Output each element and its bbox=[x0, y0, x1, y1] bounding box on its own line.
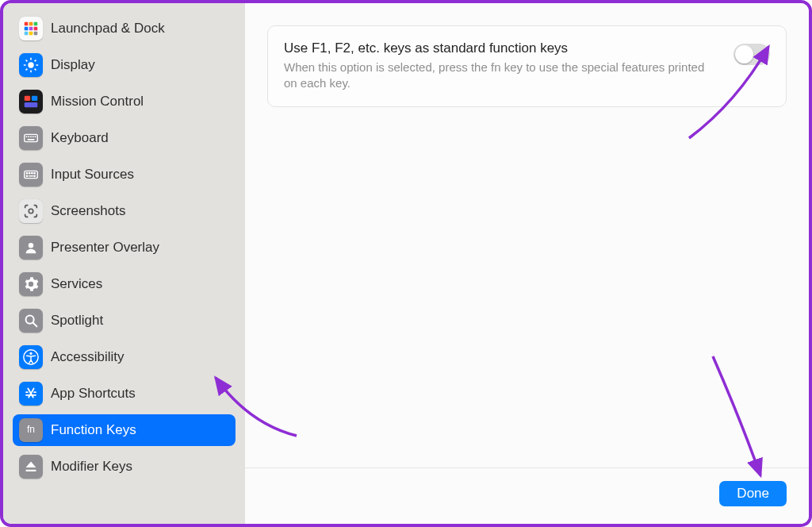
svg-point-33 bbox=[26, 175, 27, 176]
toggle-knob bbox=[735, 45, 753, 63]
spotlight-icon bbox=[19, 309, 43, 333]
accessibility-icon bbox=[19, 345, 43, 369]
sidebar-item-label: Spotlight bbox=[51, 313, 103, 329]
content-pane: Use F1, F2, etc. keys as standard functi… bbox=[245, 3, 809, 524]
svg-text:fn: fn bbox=[27, 424, 35, 435]
svg-line-14 bbox=[25, 60, 27, 61]
sidebar-item-mission-control[interactable]: Mission Control bbox=[13, 86, 236, 117]
svg-point-35 bbox=[34, 175, 35, 176]
sidebar-item-label: Modifier Keys bbox=[51, 459, 132, 475]
sidebar-item-label: Accessibility bbox=[51, 349, 124, 365]
mission-control-icon bbox=[19, 90, 43, 113]
svg-point-32 bbox=[34, 172, 35, 173]
svg-rect-2 bbox=[34, 22, 38, 26]
sidebar-item-input-sources[interactable]: Input Sources bbox=[13, 159, 236, 190]
sidebar-item-keyboard[interactable]: Keyboard bbox=[13, 122, 236, 154]
setting-title: Use F1, F2, etc. keys as standard functi… bbox=[284, 40, 719, 56]
launchpad-icon bbox=[19, 17, 43, 40]
presenter-icon bbox=[19, 236, 43, 260]
footer: Done bbox=[245, 467, 809, 524]
svg-rect-4 bbox=[29, 27, 33, 31]
sidebar-item-display[interactable]: Display bbox=[13, 49, 236, 81]
sidebar-item-label: Display bbox=[51, 57, 95, 73]
svg-rect-5 bbox=[34, 27, 38, 31]
app-shortcuts-icon bbox=[19, 382, 43, 406]
svg-point-30 bbox=[29, 172, 29, 173]
gear-icon bbox=[19, 272, 43, 296]
sidebar-item-modifier-keys[interactable]: Modifier Keys bbox=[13, 451, 236, 483]
sidebar-item-label: Presenter Overlay bbox=[51, 240, 159, 256]
sidebar-item-presenter-overlay[interactable]: Presenter Overlay bbox=[13, 232, 236, 264]
sidebar-item-services[interactable]: Services bbox=[13, 268, 236, 300]
sidebar-item-label: Function Keys bbox=[51, 422, 136, 438]
svg-point-37 bbox=[29, 243, 33, 248]
svg-rect-6 bbox=[25, 32, 29, 36]
modifier-keys-icon bbox=[19, 455, 43, 479]
sidebar-item-label: Services bbox=[51, 276, 102, 292]
sidebar-item-label: App Shortcuts bbox=[51, 386, 136, 402]
setting-function-keys: Use F1, F2, etc. keys as standard functi… bbox=[267, 25, 787, 107]
function-keys-toggle[interactable] bbox=[733, 44, 770, 65]
keyboard-icon bbox=[19, 126, 43, 150]
sidebar-item-app-shortcuts[interactable]: App Shortcuts bbox=[13, 378, 236, 410]
brightness-icon bbox=[19, 53, 43, 77]
sidebar-item-label: Keyboard bbox=[51, 130, 109, 146]
sidebar-item-label: Launchpad & Dock bbox=[51, 21, 165, 37]
svg-point-9 bbox=[28, 62, 33, 67]
svg-rect-1 bbox=[29, 22, 33, 26]
svg-line-16 bbox=[25, 69, 27, 71]
svg-point-29 bbox=[26, 172, 27, 173]
svg-rect-0 bbox=[25, 22, 29, 26]
svg-point-36 bbox=[29, 209, 33, 213]
svg-rect-20 bbox=[25, 102, 38, 107]
svg-rect-7 bbox=[29, 32, 33, 36]
sidebar-item-launchpad-dock[interactable]: Launchpad & Dock bbox=[13, 13, 236, 44]
svg-point-31 bbox=[32, 172, 33, 173]
function-keys-icon: fn bbox=[19, 418, 43, 442]
svg-rect-19 bbox=[32, 96, 37, 101]
svg-rect-8 bbox=[34, 32, 38, 36]
svg-rect-18 bbox=[25, 96, 30, 101]
svg-line-39 bbox=[33, 323, 37, 327]
svg-line-17 bbox=[35, 60, 36, 61]
input-sources-icon bbox=[19, 163, 43, 187]
sidebar-item-function-keys[interactable]: fn Function Keys bbox=[13, 414, 236, 446]
svg-point-41 bbox=[29, 352, 32, 355]
sidebar-item-label: Mission Control bbox=[51, 94, 144, 110]
svg-line-15 bbox=[35, 69, 36, 71]
sidebar-item-label: Screenshots bbox=[51, 203, 126, 219]
svg-rect-21 bbox=[25, 134, 38, 141]
sidebar-item-screenshots[interactable]: Screenshots bbox=[13, 195, 236, 227]
sidebar-item-spotlight[interactable]: Spotlight bbox=[13, 305, 236, 337]
setting-description: When this option is selected, press the … bbox=[284, 60, 719, 92]
sidebar-item-accessibility[interactable]: Accessibility bbox=[13, 341, 236, 373]
done-button[interactable]: Done bbox=[719, 481, 787, 506]
svg-rect-28 bbox=[25, 171, 38, 178]
sidebar-item-label: Input Sources bbox=[51, 167, 134, 183]
screenshot-icon bbox=[19, 199, 43, 223]
sidebar: Launchpad & Dock Display Mission Control… bbox=[3, 3, 245, 524]
svg-rect-3 bbox=[25, 27, 29, 31]
